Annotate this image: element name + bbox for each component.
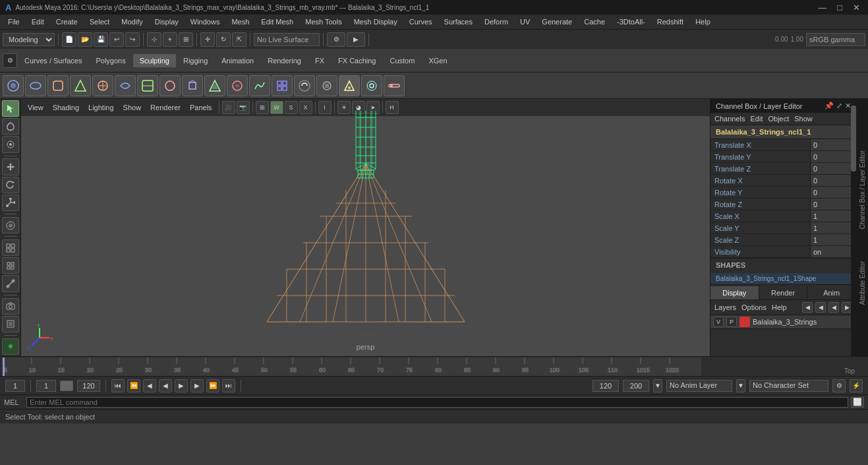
display-tab-anim[interactable]: Anim	[807, 286, 856, 299]
char-set-dropdown[interactable]: ▼	[736, 379, 745, 392]
display-tab-display[interactable]: Display	[710, 286, 759, 299]
menu-curves[interactable]: Curves	[404, 16, 438, 27]
shelf-tab-rendering[interactable]: Rendering	[261, 54, 308, 67]
redo-btn[interactable]: ↪	[125, 32, 140, 47]
menu-deform[interactable]: Deform	[479, 16, 513, 27]
menu-edit-mesh[interactable]: Edit Mesh	[256, 16, 299, 27]
cb-expand-btn[interactable]: ⤢	[836, 102, 842, 110]
shelf-icon-13[interactable]	[272, 75, 293, 96]
next-frame-btn[interactable]: ▶	[190, 379, 204, 392]
menu-cache[interactable]: Cache	[579, 16, 610, 27]
minimize-button[interactable]: —	[815, 3, 829, 13]
vp-show-menu[interactable]: Show	[119, 102, 146, 113]
timeline-ruler[interactable]: 5 10 15 20 25 30 35 40 45 50 55 60 65 70…	[3, 357, 865, 376]
vp-panels-menu[interactable]: Panels	[186, 102, 216, 113]
shelf-tab-rigging[interactable]: Rigging	[177, 54, 214, 67]
show-hide-btn[interactable]	[2, 338, 19, 355]
shelf-icon-1[interactable]	[3, 75, 24, 96]
soft-select-btn[interactable]	[2, 217, 19, 233]
shelf-tab-xgen[interactable]: XGen	[422, 54, 453, 67]
shelf-tab-sculpting[interactable]: Sculpting	[133, 54, 176, 67]
menu-generate[interactable]: Generate	[536, 16, 577, 27]
current-frame-input[interactable]	[5, 380, 25, 392]
attribute-editor-tab[interactable]: Attribute Editor	[857, 259, 867, 307]
frame-input-2[interactable]	[36, 380, 56, 392]
shelf-icon-8[interactable]	[159, 75, 181, 96]
menu-create[interactable]: Create	[51, 16, 83, 27]
open-file-btn[interactable]: 📂	[78, 32, 92, 47]
anim-layer-field[interactable]: No Anim Layer	[666, 380, 732, 392]
rotate-tool-btn[interactable]	[2, 177, 19, 193]
prev-frame-btn[interactable]: ◀	[143, 379, 156, 392]
paint-btn[interactable]: ⊞	[179, 32, 193, 47]
options-menu[interactable]: Options	[741, 303, 767, 311]
camera-btn[interactable]	[2, 298, 19, 315]
shelf-tab-curves[interactable]: Curves / Surfaces	[18, 54, 88, 67]
go-start-btn[interactable]: ⏮	[111, 379, 125, 392]
next-key-btn[interactable]: ⏩	[206, 379, 219, 392]
channel-translate-y[interactable]: Translate Y 0	[710, 151, 856, 163]
lasso-btn[interactable]: ⌖	[163, 32, 177, 47]
move-tool-btn[interactable]	[2, 158, 19, 175]
scale-tool-btn[interactable]	[2, 195, 19, 211]
help-menu[interactable]: Help	[772, 303, 787, 311]
vp-view-menu[interactable]: View	[24, 102, 47, 113]
shelf-tab-custom[interactable]: Custom	[384, 54, 422, 67]
menu-redshift[interactable]: Redshift	[652, 16, 689, 27]
channel-translate-x[interactable]: Translate X 0	[710, 139, 856, 151]
end-frame-input[interactable]	[77, 380, 100, 392]
anim-layer-dropdown[interactable]: ▼	[653, 379, 662, 392]
scrollbar-thumb[interactable]	[851, 106, 856, 171]
script-editor-btn[interactable]: ⬜	[851, 397, 864, 408]
channel-scale-x[interactable]: Scale X 1	[710, 210, 856, 222]
shelf-tab-animation[interactable]: Animation	[215, 54, 260, 67]
menu-3dtoall[interactable]: -3DtoAll-	[612, 16, 651, 27]
frame-range-indicator[interactable]	[60, 381, 73, 391]
go-end-btn[interactable]: ⏭	[222, 379, 235, 392]
mel-input[interactable]	[26, 397, 848, 408]
channel-scale-y[interactable]: Scale Y 1	[710, 222, 856, 234]
snap-btn[interactable]	[2, 257, 19, 274]
vp-shading-menu[interactable]: Shading	[49, 102, 83, 113]
multi-cut-btn[interactable]	[2, 275, 19, 292]
layer-add-btn[interactable]: ◀	[828, 302, 839, 313]
menu-edit[interactable]: Edit	[26, 16, 49, 27]
shelf-icon-4[interactable]	[70, 75, 91, 96]
save-btn[interactable]: 💾	[94, 32, 108, 47]
cb-show-menu[interactable]: Show	[794, 115, 813, 123]
paint-select-btn[interactable]	[2, 136, 19, 152]
play-btn[interactable]: ▶	[175, 379, 188, 392]
cb-pin-btn[interactable]: 📌	[825, 102, 834, 110]
layer-playback-toggle[interactable]: P	[726, 317, 737, 327]
select-tool-btn[interactable]	[2, 100, 19, 117]
shelf-icon-9[interactable]	[182, 75, 203, 96]
key-all-btn[interactable]: ⚙	[832, 379, 846, 392]
shelf-tab-fx[interactable]: FX	[308, 54, 331, 67]
menu-windows[interactable]: Windows	[185, 16, 225, 27]
menu-uv[interactable]: UV	[515, 16, 535, 27]
shapes-object[interactable]: Balalaika_3_Strings_ncl1_1Shape	[710, 273, 856, 285]
shelf-tab-fx-caching[interactable]: FX Caching	[332, 54, 382, 67]
menu-select[interactable]: Select	[84, 16, 115, 27]
layer-color-swatch[interactable]	[739, 317, 750, 327]
grid-btn[interactable]	[2, 239, 19, 256]
layer-row[interactable]: V P Balalaika_3_Strings	[710, 315, 856, 329]
ipr-btn[interactable]: ▶	[347, 32, 365, 47]
char-set-field[interactable]: No Character Set	[749, 380, 828, 392]
cb-edit-menu[interactable]: Edit	[750, 115, 763, 123]
menu-help[interactable]: Help	[690, 16, 716, 27]
shelf-icon-14[interactable]	[294, 75, 315, 96]
canvas-area[interactable]: X Y Z persp	[21, 116, 710, 356]
channel-translate-z[interactable]: Translate Z 0	[710, 163, 856, 175]
menu-modify[interactable]: Modify	[116, 16, 148, 27]
shelf-icon-6[interactable]	[115, 75, 136, 96]
layer-next-btn[interactable]: ◀	[815, 302, 826, 313]
shelf-icon-7[interactable]	[137, 75, 158, 96]
prev-key-btn[interactable]: ⏪	[127, 379, 140, 392]
shelf-settings-btn[interactable]: ⚙	[3, 53, 17, 68]
menu-file[interactable]: File	[3, 16, 25, 27]
shelf-icon-5[interactable]	[92, 75, 113, 96]
render-settings-btn[interactable]: ⚙	[327, 32, 345, 47]
play-back-btn[interactable]: ◀	[159, 379, 172, 392]
channel-scale-z[interactable]: Scale Z 1	[710, 234, 856, 246]
